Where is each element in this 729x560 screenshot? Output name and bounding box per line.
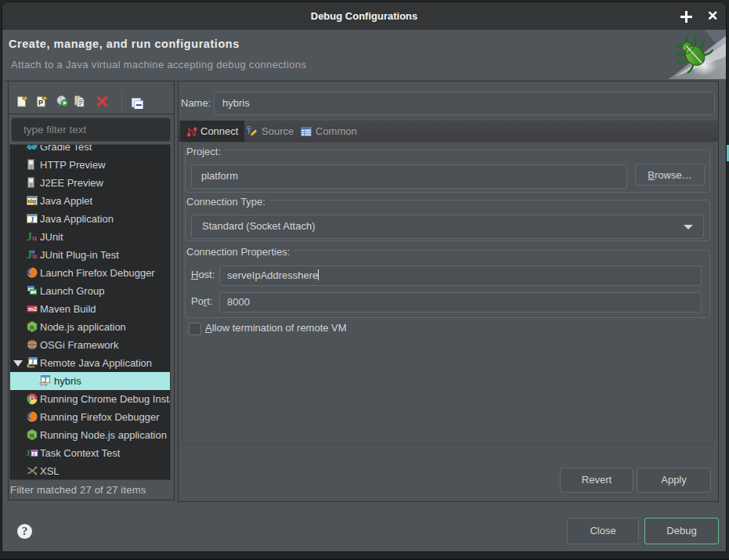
svg-text:J: J (26, 448, 31, 457)
svg-text:J: J (44, 377, 47, 384)
svg-text:J: J (27, 231, 32, 243)
svg-text:P: P (38, 99, 43, 107)
svg-text:m2: m2 (28, 305, 38, 313)
svg-text:u: u (32, 233, 37, 242)
svg-text:J: J (31, 359, 34, 366)
svg-text:J: J (34, 198, 38, 206)
svg-text:J: J (27, 249, 32, 261)
svg-text:n: n (30, 323, 34, 331)
svg-text:J: J (31, 215, 34, 224)
svg-text:n: n (30, 432, 34, 439)
